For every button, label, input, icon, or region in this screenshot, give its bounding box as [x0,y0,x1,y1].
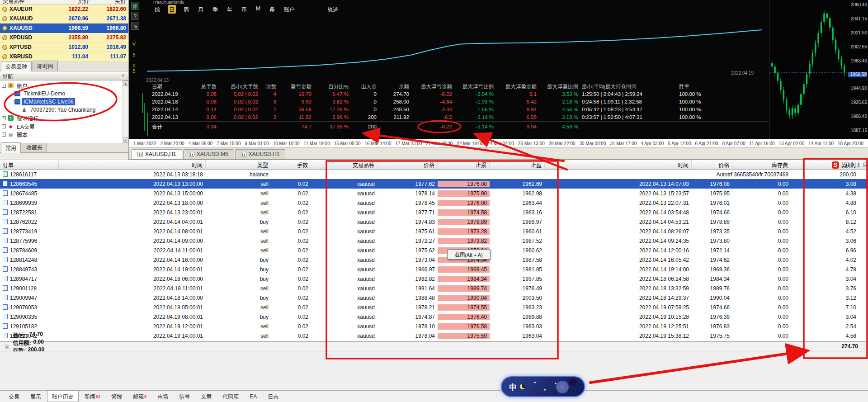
screenshot-tooltip: 截图(Alt + A) [447,249,491,260]
price-axis-label: 1925.65 [848,100,867,105]
close-icon[interactable] [120,73,126,79]
history-cell: 1978.89 [692,219,732,225]
toolbox-tab[interactable]: 日志 [263,391,283,402]
history-row[interactable]: 1291051822022.04.19 12:00:01sell0.02xauu… [0,322,868,331]
report-menu-item[interactable]: 币 [240,5,248,14]
market-watch-tab[interactable]: 交易品种 [1,61,32,71]
toolbox-tab[interactable]: 展示 [25,391,46,402]
price-chart-panel[interactable]: 2060.402041.152021.902002.651983.401966.… [769,0,868,139]
toolbox-tab[interactable]: 警报 [106,391,127,402]
toolbox-tab[interactable]: 代码库 [217,391,244,402]
history-row[interactable]: 1290099472022.04.18 14:00:00buy0.02xauus… [0,293,868,303]
navigator-item[interactable]: + 脚本 [0,130,128,138]
market-watch-row[interactable]: XPDUSD 2355.80 2375.82 [0,33,128,43]
tree-expander-icon[interactable]: + [2,116,6,120]
toolbox-tab[interactable]: 交易 [4,391,24,402]
history-cell: 2022.04.14 09:24:35 [545,238,692,244]
tree-expander-icon[interactable]: - [2,84,6,88]
history-row[interactable]: 1287620222022.04.14 04:00:01buy0.02xauus… [0,217,868,227]
navigator-item[interactable]: + EA交易 [0,122,128,130]
history-row[interactable]: 1286744852022.04.13 15:00:00sell0.02xauu… [0,189,868,198]
history-cell: 0.02 [271,228,311,235]
ime-lang-toggle[interactable]: 英 [841,161,847,169]
report-menu-item[interactable]: 账户 [283,5,296,14]
tree-node-icon [8,132,14,137]
report-menu-item[interactable]: M [255,5,262,14]
history-row[interactable]: 1287759962022.04.14 09:00:00sell0.02xauu… [0,236,868,246]
navigator-item[interactable]: 70037290: Yao Chuanliang [0,106,128,114]
history-row[interactable]: 1290011282022.04.18 11:00:01sell0.02xauu… [0,284,868,293]
history-cell: 1989.76 [692,285,732,292]
report-menu-item[interactable]: 年 [226,5,234,14]
history-row[interactable]: 1290903352022.04.19 08:00:01buy0.02xauus… [0,312,868,322]
toolbox-tab[interactable]: 账户历史 [47,391,79,402]
tree-expander-icon[interactable]: + [2,132,6,137]
toolbox-tab[interactable]: 信号 [174,391,195,402]
navigator-tab[interactable]: 收藏夹 [22,142,47,152]
navigator-item[interactable]: ICMarketsSC-Live06 [0,98,128,106]
symbol-name: XPDUSD [9,34,50,41]
ime-mic-icon[interactable] [856,162,861,168]
market-watch-row[interactable]: XAUAUD 2670.96 2671.38 [0,14,128,24]
toolbox-tab[interactable]: 文章 [196,391,217,402]
navigator-item[interactable]: TickmillEU-Demo [0,90,128,98]
scroll-down-icon[interactable] [123,137,128,143]
history-row[interactable]: 1290760532022.04.19 05:00:01sell0.02xauu… [0,303,868,312]
toolbox-tab[interactable]: EA [245,392,262,402]
report-menu-item[interactable]: 月 [197,5,205,14]
export-icon[interactable]: ↘ [131,22,139,30]
toolbox-tab[interactable]: 邮箱 6 [128,391,151,402]
history-row[interactable]: 1287846092022.04.14 11:00:01sell0.02xauu… [0,246,868,255]
toolbox-tab[interactable]: 新闻 94 [80,391,105,402]
ime-skin-widget[interactable]: 中 ★ ★ ★ [501,376,585,397]
market-watch-row[interactable]: XAUUSD 1966.59 1966.80 [0,24,128,33]
market-watch-row[interactable]: XBRUSD 111.04 111.07 [0,52,128,61]
history-cell: 1978.45 [377,200,438,206]
chart-tab[interactable]: XAUUSD,H1 [235,149,286,159]
history-row-balance[interactable]: 128616117 2022.04.13 03:18:18 balance Au… [0,170,868,179]
time-axis[interactable]: 1 Mar 20222 Mar 20:004 Mar 06:007 Mar 15… [129,139,868,148]
history-row[interactable]: 1288142482022.04.14 16:00:00buy0.02xauus… [0,255,868,265]
toolbox-tab-label: 新闻 [85,393,95,400]
history-row[interactable]: 1287225812022.04.13 23:00:01sell0.02xauu… [0,208,868,217]
chart-tab[interactable]: XAUUSD,H1 [132,149,182,159]
market-watch-row[interactable]: XPTUSD 1012.80 1016.49 [0,43,128,52]
report-menu-item[interactable]: 备 [268,5,276,14]
history-cell: sell [206,247,271,254]
market-watch-col-symbol[interactable]: 交易品种 [3,0,49,5]
history-row[interactable]: 1291230422022.04.19 14:00:01sell0.02xauu… [0,331,868,341]
history-row[interactable]: 1288497432022.04.14 19:00:01buy0.02xauus… [0,265,868,274]
help-icon[interactable]: ? [131,12,139,20]
sogou-logo-icon[interactable]: S [832,161,839,169]
market-watch-row[interactable]: XAUEUR 1822.22 1822.60 [0,5,128,14]
history-cell: 3.12 [791,295,859,301]
scroll-up-icon[interactable] [123,80,128,86]
edit-icon[interactable]: 修 [131,2,139,10]
ime-keyboard-icon[interactable] [863,162,868,167]
history-cell: 4.38 [791,190,859,197]
history-row[interactable]: 1287734192022.04.14 08:00:01sell0.02xauu… [0,227,868,236]
history-header-cell: 库存费 [732,160,791,169]
history-row[interactable]: 1289847172022.04.18 06:00:00buy0.02xauus… [0,274,868,284]
history-cell: 0.00 [732,257,791,263]
navigator-item[interactable]: - 账户 [0,81,128,90]
market-watch-col-bid[interactable]: 卖价 [49,0,89,5]
report-menu-item[interactable]: 周 [182,5,190,14]
chart-tab[interactable]: XAUUSD,M5 [183,149,234,159]
ime-chinese-indicator[interactable]: 中 [509,381,516,392]
navigator-item[interactable]: + 技术指标 [0,114,128,122]
history-row[interactable]: 1286999392022.04.13 18:00:00sell0.02xauu… [0,198,868,208]
report-menu-item[interactable]: 轨迹 [326,5,340,14]
navigator-tab[interactable]: 常用 [1,142,21,153]
report-menu-item[interactable]: 季 [211,5,219,14]
report-menu-item[interactable]: 日 [168,5,176,14]
market-watch-col-ask[interactable]: 买价 [89,0,126,5]
toolbox-tab[interactable]: 市场 [152,391,173,402]
market-watch-tab[interactable]: 即时图 [33,61,58,71]
history-header-row[interactable]: 订单时间类型手数交易品种价格止损止盈时间价格库存费获利 [0,160,868,170]
report-menu-item[interactable]: 综 [153,5,161,14]
navigator-scrollbar[interactable] [123,80,128,143]
history-row[interactable]: 1286635452022.04.13 13:00:00sell0.02xauu… [0,179,868,189]
ime-punctuation-icon[interactable] [849,162,854,168]
tree-expander-icon[interactable]: + [2,124,6,128]
